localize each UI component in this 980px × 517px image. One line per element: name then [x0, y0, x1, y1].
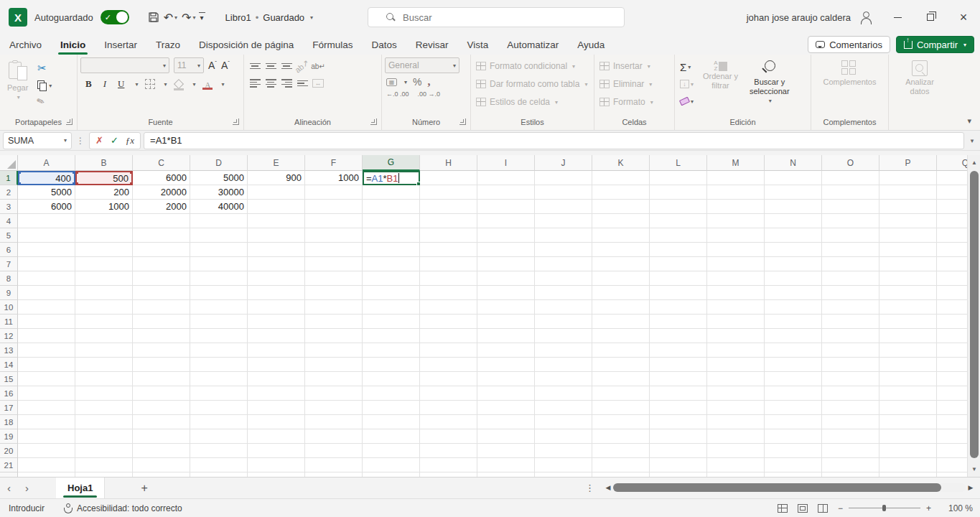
cell-A19[interactable] — [18, 429, 75, 444]
cell-O20[interactable] — [822, 444, 879, 458]
fill-button[interactable]: ↓▾ — [678, 76, 696, 92]
scroll-left-icon[interactable]: ◀ — [603, 484, 613, 491]
customize-quick-access-button[interactable]: ▾ — [199, 12, 205, 23]
cell-A16[interactable] — [18, 386, 75, 401]
cell-O1[interactable] — [822, 171, 879, 185]
cell-D14[interactable] — [190, 358, 248, 372]
orientation-button[interactable]: ab↗ — [294, 57, 312, 75]
cell-Q4[interactable] — [937, 214, 967, 228]
cell-K18[interactable] — [592, 415, 650, 429]
collapse-ribbon-button[interactable]: ▾ — [967, 116, 971, 126]
cell-L19[interactable] — [650, 429, 707, 444]
cell-M19[interactable] — [707, 429, 765, 444]
cell-A8[interactable] — [18, 271, 75, 286]
cell-I7[interactable] — [477, 257, 535, 271]
row-header-18[interactable]: 18 — [0, 415, 18, 429]
cell-P11[interactable] — [879, 315, 937, 329]
row-header-9[interactable]: 9 — [0, 286, 18, 300]
cell-P6[interactable] — [879, 243, 937, 257]
cell-P3[interactable] — [879, 200, 937, 214]
sheet-tab-hoja1[interactable]: Hoja1 — [56, 478, 105, 499]
cell-N19[interactable] — [765, 429, 822, 444]
cell-C20[interactable] — [133, 444, 190, 458]
cell-N9[interactable] — [765, 286, 822, 300]
addins-button[interactable]: Complementos — [819, 57, 881, 90]
cell-E12[interactable] — [248, 329, 305, 343]
cell-B12[interactable] — [75, 329, 133, 343]
cell-O13[interactable] — [822, 343, 879, 358]
autosave-toggle[interactable]: ✓ — [101, 10, 129, 24]
cell-G17[interactable] — [363, 401, 420, 415]
cell-I5[interactable] — [477, 228, 535, 243]
cell-O6[interactable] — [822, 243, 879, 257]
select-all-button[interactable] — [0, 155, 18, 171]
row-header-2[interactable]: 2 — [0, 185, 18, 200]
share-button[interactable]: Compartir ▾ — [896, 36, 974, 53]
cell-J11[interactable] — [535, 315, 592, 329]
drag-handle-icon[interactable]: ⋮ — [76, 136, 85, 146]
cell-K15[interactable] — [592, 372, 650, 386]
cell-N11[interactable] — [765, 315, 822, 329]
comma-style-button[interactable]: , — [427, 75, 430, 88]
cell-J15[interactable] — [535, 372, 592, 386]
cell-Q12[interactable] — [937, 329, 967, 343]
cell-H6[interactable] — [420, 243, 477, 257]
cell-P2[interactable] — [879, 185, 937, 200]
cell-A12[interactable] — [18, 329, 75, 343]
italic-button[interactable]: I — [101, 76, 108, 92]
cell-K2[interactable] — [592, 185, 650, 200]
cell-M16[interactable] — [707, 386, 765, 401]
tab-archivo[interactable]: Archivo — [0, 34, 51, 55]
cell-N5[interactable] — [765, 228, 822, 243]
prev-sheet-button[interactable]: ‹ — [0, 482, 18, 494]
conditional-format-button[interactable]: Formato condicional▾ — [474, 59, 589, 73]
cell-P1[interactable] — [879, 171, 937, 185]
align-left-button[interactable] — [250, 79, 261, 88]
cell-M9[interactable] — [707, 286, 765, 300]
cell-B8[interactable] — [75, 271, 133, 286]
cell-C17[interactable] — [133, 401, 190, 415]
fill-color-button[interactable] — [174, 80, 184, 88]
next-sheet-button[interactable]: › — [18, 482, 36, 494]
row-header-5[interactable]: 5 — [0, 228, 18, 243]
cell-C19[interactable] — [133, 429, 190, 444]
cell-D18[interactable] — [190, 415, 248, 429]
cell-H1[interactable] — [420, 171, 477, 185]
cell-L20[interactable] — [650, 444, 707, 458]
cell-I6[interactable] — [477, 243, 535, 257]
cell-M12[interactable] — [707, 329, 765, 343]
cell-K6[interactable] — [592, 243, 650, 257]
cell-Q19[interactable] — [937, 429, 967, 444]
cell-G16[interactable] — [363, 386, 420, 401]
cell-B6[interactable] — [75, 243, 133, 257]
cell-N20[interactable] — [765, 444, 822, 458]
cell-F6[interactable] — [305, 243, 363, 257]
cell-E2[interactable] — [248, 185, 305, 200]
cell-C12[interactable] — [133, 329, 190, 343]
dialog-launcher-icon[interactable] — [66, 118, 73, 125]
cell-O11[interactable] — [822, 315, 879, 329]
cell-L13[interactable] — [650, 343, 707, 358]
undo-button[interactable]: ↶▾ — [162, 9, 179, 26]
cell-E14[interactable] — [248, 358, 305, 372]
row-header-4[interactable]: 4 — [0, 214, 18, 228]
cell-J3[interactable] — [535, 200, 592, 214]
row-header-16[interactable]: 16 — [0, 386, 18, 401]
cell-A18[interactable] — [18, 415, 75, 429]
cell-F17[interactable] — [305, 401, 363, 415]
cell-C18[interactable] — [133, 415, 190, 429]
cell-A1[interactable]: 400 — [18, 171, 75, 185]
insert-cells-button[interactable]: Insertar▾ — [597, 59, 655, 73]
cell-O2[interactable] — [822, 185, 879, 200]
cell-N10[interactable] — [765, 300, 822, 315]
row-header-11[interactable]: 11 — [0, 315, 18, 329]
cell-E21[interactable] — [248, 458, 305, 472]
cell-H4[interactable] — [420, 214, 477, 228]
cell-K10[interactable] — [592, 300, 650, 315]
cell-C8[interactable] — [133, 271, 190, 286]
cell-I15[interactable] — [477, 372, 535, 386]
cell-L16[interactable] — [650, 386, 707, 401]
cell-G10[interactable] — [363, 300, 420, 315]
cell-D10[interactable] — [190, 300, 248, 315]
confirm-entry-button[interactable]: ✓ — [111, 135, 118, 146]
